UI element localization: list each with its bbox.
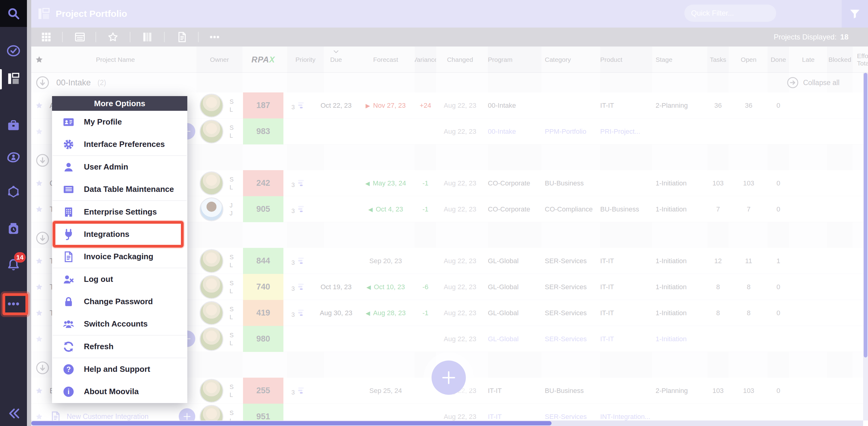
sidebar-item-tasks-check[interactable] bbox=[0, 41, 27, 60]
menu-item-my-profile[interactable]: My Profile bbox=[52, 111, 187, 133]
column-header-name[interactable]: Project Name bbox=[50, 47, 181, 73]
owner-initials: SL bbox=[229, 118, 234, 145]
favorite-star-icon[interactable] bbox=[35, 283, 43, 291]
favorite-star-icon[interactable] bbox=[35, 179, 43, 188]
column-header-fc[interactable]: Forecast bbox=[356, 47, 415, 73]
notification-badge: 14 bbox=[14, 252, 26, 263]
menu-item-invoice-packaging[interactable]: Invoice Packaging bbox=[52, 245, 187, 268]
vertical-scrollbar-thumb[interactable] bbox=[864, 73, 867, 358]
menu-item-log-out[interactable]: Log out bbox=[52, 268, 187, 291]
group-collapse-icon[interactable] bbox=[35, 231, 50, 245]
column-header-ch[interactable]: Changed bbox=[440, 47, 480, 73]
menu-item-refresh[interactable]: Refresh bbox=[52, 335, 187, 358]
ch-cell: Aug 22, 23 bbox=[440, 118, 480, 145]
variance-value: -1 bbox=[422, 179, 429, 187]
toolbar-more-ellipsis-icon[interactable] bbox=[209, 31, 220, 43]
favorite-star-icon[interactable] bbox=[35, 413, 43, 421]
priority-bars-icon bbox=[296, 178, 306, 188]
prog-cell: GL-Global bbox=[488, 326, 541, 352]
toolbar-favorites-star-icon[interactable] bbox=[107, 31, 119, 43]
menu-item-data-table-maintenance[interactable]: Data Table Maintenance bbox=[52, 178, 187, 201]
column-header-eff[interactable]: EffoTota bbox=[857, 47, 868, 73]
vr-cell: -1 bbox=[415, 196, 436, 222]
priority-value: 3 bbox=[291, 259, 295, 266]
menu-item-user-admin[interactable]: User Admin bbox=[52, 156, 187, 178]
menu-item-about-moovila[interactable]: iAbout Moovila bbox=[52, 381, 187, 403]
menu-item-help-and-support[interactable]: ?Help and Support bbox=[52, 358, 187, 381]
variance-value: +24 bbox=[420, 101, 431, 110]
column-header-prog[interactable]: Program bbox=[488, 47, 541, 73]
group-collapse-icon[interactable] bbox=[35, 153, 50, 168]
group-collapse-icon[interactable] bbox=[35, 75, 50, 90]
column-header-late[interactable]: Late bbox=[798, 47, 819, 73]
favorite-star-icon[interactable] bbox=[35, 257, 43, 265]
lock-icon bbox=[62, 296, 75, 308]
network-hexagon-icon bbox=[6, 185, 21, 199]
stage-value: 2-Planning bbox=[656, 101, 688, 110]
menu-item-enterprise-settings[interactable]: Enterprise Settings bbox=[52, 201, 187, 223]
favorite-star-icon[interactable] bbox=[35, 387, 43, 395]
collapse-all-button[interactable]: Collapse all bbox=[786, 73, 840, 92]
priority-value: 3 bbox=[291, 285, 295, 292]
column-header-cat[interactable]: Category bbox=[545, 47, 597, 73]
forecast-early-arrow-icon: ◀ bbox=[366, 310, 370, 316]
sidebar: 14 bbox=[0, 0, 27, 426]
sidebar-item-work-briefcase[interactable] bbox=[0, 116, 27, 135]
group-collapse-icon[interactable] bbox=[35, 361, 50, 375]
stage-cell: 1-Initiation bbox=[656, 170, 705, 196]
toolbar-document-view-icon[interactable] bbox=[176, 31, 188, 43]
column-header-star[interactable] bbox=[31, 47, 47, 73]
fc-cell: ◀May 23, 24 bbox=[356, 170, 415, 196]
menu-item-change-password[interactable]: Change Password bbox=[52, 291, 187, 313]
column-header-rpax[interactable]: RPAX bbox=[243, 47, 283, 73]
favorite-star-icon[interactable] bbox=[35, 335, 43, 343]
tasks-cell: 12 bbox=[707, 248, 729, 274]
stage-cell: 2-Planning bbox=[656, 378, 705, 404]
owner-initials: SL bbox=[229, 378, 234, 404]
favorite-star-icon[interactable] bbox=[35, 205, 43, 214]
column-header-blk[interactable]: Blocked bbox=[827, 47, 853, 73]
user-x-icon bbox=[62, 273, 75, 285]
column-header-done[interactable]: Done bbox=[768, 47, 789, 73]
column-header-tasks[interactable]: Tasks bbox=[707, 47, 729, 73]
column-header-stage[interactable]: Stage bbox=[656, 47, 705, 73]
menu-item-switch-accounts[interactable]: Switch Accounts bbox=[52, 313, 187, 335]
column-header-vr[interactable]: Variance bbox=[415, 47, 436, 73]
sidebar-item-moovila-logo[interactable] bbox=[0, 148, 27, 167]
sidebar-item-more-ellipsis[interactable] bbox=[0, 295, 27, 313]
filter-button[interactable] bbox=[842, 0, 868, 28]
star-cell bbox=[31, 196, 47, 222]
sidebar-item-portfolio[interactable] bbox=[0, 69, 27, 88]
tasks-count: 103 bbox=[713, 387, 724, 395]
sidebar-item-network-hexagon[interactable] bbox=[0, 183, 27, 202]
toolbar-column-view-icon[interactable] bbox=[142, 31, 153, 43]
quick-filter-input[interactable] bbox=[691, 9, 786, 18]
column-header-prod[interactable]: Product bbox=[600, 47, 652, 73]
column-header-owner[interactable]: Owner bbox=[196, 47, 242, 73]
sidebar-item-notifications-bell[interactable]: 14 bbox=[0, 255, 27, 274]
sidebar-item-search[interactable] bbox=[0, 0, 27, 27]
horizontal-scrollbar-thumb[interactable] bbox=[31, 421, 552, 425]
favorite-star-icon[interactable] bbox=[35, 127, 43, 136]
tasks-count: 12 bbox=[714, 257, 722, 265]
favorite-star-icon[interactable] bbox=[35, 309, 43, 317]
toolbar-table-view-icon[interactable] bbox=[74, 31, 86, 43]
stage-cell: 1-Initiation bbox=[656, 274, 705, 300]
open-count: 8 bbox=[747, 283, 750, 291]
column-header-open[interactable]: Open bbox=[738, 47, 760, 73]
quick-filter[interactable] bbox=[684, 5, 776, 22]
owner-initials: SL bbox=[229, 92, 234, 118]
menu-item-label: Interface Preferences bbox=[84, 140, 165, 149]
menu-item-label: My Profile bbox=[84, 117, 122, 127]
priority-bars-icon bbox=[296, 308, 306, 318]
prog-cell: GL-Global bbox=[488, 274, 541, 300]
menu-item-interface-preferences[interactable]: Interface Preferences bbox=[52, 133, 187, 155]
app-window: Project Portfolio Projects Displayed: 18… bbox=[0, 0, 868, 426]
menu-item-integrations[interactable]: Integrations bbox=[52, 223, 187, 245]
favorite-star-icon[interactable] bbox=[35, 101, 43, 110]
sidebar-item-collapse-sidebar[interactable] bbox=[0, 404, 27, 423]
info-circle-icon: i bbox=[62, 386, 75, 398]
add-project-fab[interactable] bbox=[432, 361, 466, 395]
toolbar-grid-view-icon[interactable] bbox=[40, 31, 52, 43]
sidebar-item-time-clock[interactable] bbox=[0, 219, 27, 238]
